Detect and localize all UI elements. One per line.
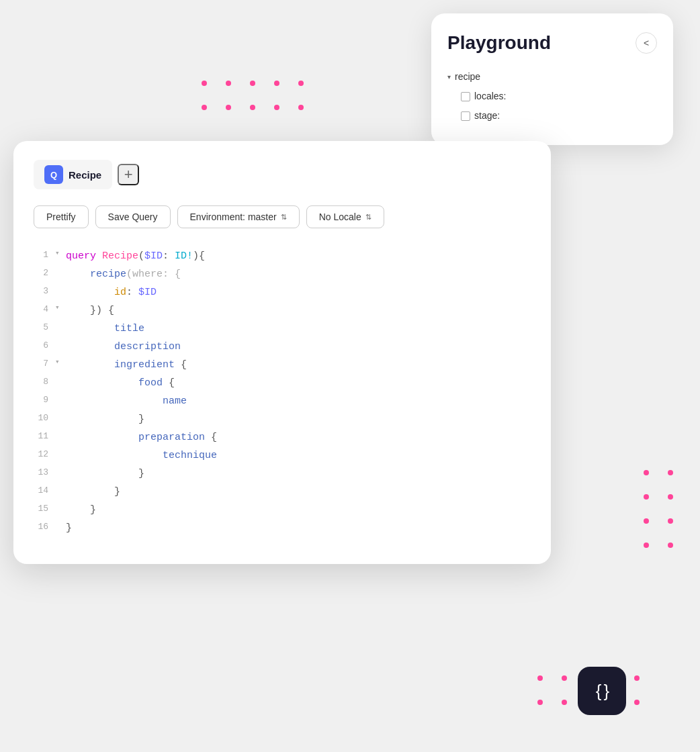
tree-label-stage: stage: [474,107,500,124]
chevron-down-icon: ▾ [447,71,451,83]
dot [202,81,207,86]
dot [562,675,567,681]
save-query-button[interactable]: Save Query [95,205,171,228]
dot-grid-top [202,81,310,117]
dot [537,675,543,681]
dot [668,494,673,500]
tree-item-recipe: ▾ recipe [447,67,657,87]
tree-item-stage[interactable]: stage: [447,106,657,126]
dot [668,543,673,548]
code-line-4: 4 ▾ }) { [34,301,531,320]
tree-label-recipe: recipe [455,68,480,85]
dot [202,105,207,110]
dot [644,494,649,500]
playground-header: Playground < [447,32,657,54]
tab-icon-recipe: Q [44,165,63,184]
dot [274,105,279,110]
dot [668,518,673,524]
playground-close-button[interactable]: < [636,32,657,54]
code-line-15: 15 } [34,501,531,519]
code-editor[interactable]: 1 ▾ query Recipe($ID: ID!){ 2 recipe(whe… [34,247,531,537]
code-line-8: 8 food { [34,374,531,392]
code-line-2: 2 recipe(where: { [34,265,531,283]
dot-grid-right [644,470,680,555]
dot [668,470,673,475]
dot [644,543,649,548]
dot [250,81,255,86]
dot [644,470,649,475]
locale-selector[interactable]: No Locale ⇅ [306,205,384,228]
scene: Playground < ▾ recipe locales: stage: [0,0,700,752]
toolbar: Prettify Save Query Environment: master … [34,205,531,228]
checkbox-locales[interactable] [461,92,470,101]
dot [634,675,640,681]
chevron-down-icon: ⇅ [281,213,287,222]
code-line-11: 11 preparation { [34,428,531,446]
dot [298,105,304,110]
code-line-3: 3 id: $ID [34,283,531,301]
tree-label-locales: locales: [474,88,506,105]
environment-selector[interactable]: Environment: master ⇅ [177,205,300,228]
tree-item-locales[interactable]: locales: [447,87,657,106]
curly-braces-icon: { } [596,681,609,702]
playground-card: Playground < ▾ recipe locales: stage: [431,13,673,145]
chevron-down-icon: ⇅ [365,213,371,222]
playground-title: Playground [447,32,551,54]
prettify-button[interactable]: Prettify [34,205,89,228]
code-line-1: 1 ▾ query Recipe($ID: ID!){ [34,247,531,265]
code-line-6: 6 description [34,338,531,356]
dot [226,105,231,110]
dot [537,700,543,705]
code-line-14: 14 } [34,483,531,501]
tab-label-recipe: Recipe [69,169,101,181]
dot [226,81,231,86]
tabs-area: Q Recipe + [34,160,531,189]
code-line-7: 7 ▾ ingredient { [34,356,531,374]
code-line-9: 9 name [34,392,531,410]
dot [274,81,279,86]
dot [250,105,255,110]
code-line-12: 12 technique [34,446,531,465]
chevron-left-icon: < [644,38,649,48]
code-line-10: 10 } [34,410,531,428]
dot [634,700,640,705]
dot [298,81,304,86]
checkbox-stage[interactable] [461,111,470,121]
brand-icon-button[interactable]: { } [578,667,626,715]
dot [644,518,649,524]
query-card: Q Recipe + Prettify Save Query Environme… [13,141,551,564]
code-line-5: 5 title [34,320,531,338]
add-tab-button[interactable]: + [118,164,139,185]
playground-tree: ▾ recipe locales: stage: [447,67,657,126]
tab-recipe[interactable]: Q Recipe [34,160,112,189]
dot [562,700,567,705]
code-line-13: 13 } [34,465,531,483]
code-line-16: 16 } [34,519,531,537]
